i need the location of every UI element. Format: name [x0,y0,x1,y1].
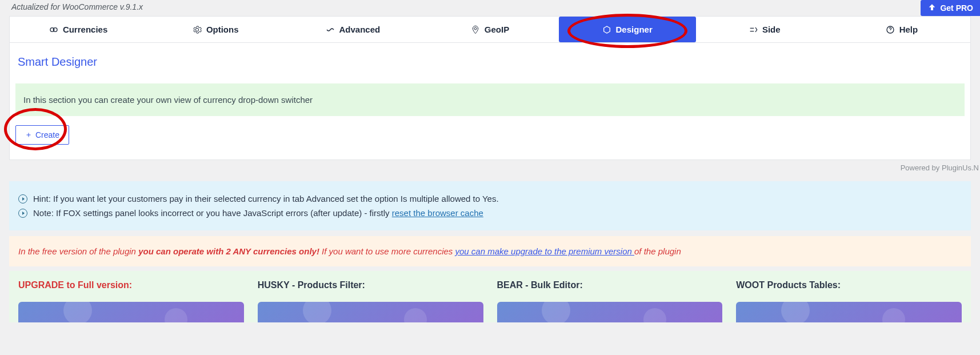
cube-icon [602,25,611,34]
get-pro-button[interactable]: Get PRO [921,0,980,16]
promo-title: WOOT Products Tables: [736,280,962,290]
create-button[interactable]: Create [15,125,69,145]
note-line: Note: If FOX settings panel looks incorr… [18,206,962,220]
reset-cache-link[interactable]: reset the browser cache [392,208,483,218]
promo-woot[interactable]: WOOT Products Tables: [736,280,962,322]
promo-image [736,302,962,322]
upgrade-icon [927,3,937,13]
version-line: Actualized for WooCommerce v.9.1.x [0,0,980,16]
get-pro-label: Get PRO [940,3,973,13]
promo-title: BEAR - Bulk Editor: [497,280,723,290]
tab-advanced[interactable]: Advanced [284,17,421,42]
upgrade-bold: you can operate with 2 ANY currencies on… [138,246,319,256]
plus-icon [25,131,32,138]
powered-by: Powered by PluginUs.N [0,160,980,175]
promo-image [258,302,483,322]
side-icon [749,25,758,34]
gear-icon [193,25,202,34]
note-text: Note: If FOX settings panel looks incorr… [33,208,483,218]
arrow-right-icon [18,209,27,218]
tab-label: Help [899,25,918,34]
hint-line: Hint: If you want let your customers pay… [18,192,962,206]
tab-label: Options [206,25,239,34]
tabs-bar: Currencies Options Advanced GeoIP Design… [10,17,970,43]
help-icon [886,25,895,34]
promos-row: UPGRADE to Full version: HUSKY - Product… [9,271,971,322]
tab-designer[interactable]: Designer [559,17,696,42]
info-banner: In this section you can create your own … [15,83,965,116]
tab-currencies[interactable]: Currencies [10,17,147,42]
location-icon [471,25,480,34]
hint-box: Hint: If you want let your customers pay… [9,181,971,230]
arrow-right-icon [18,194,27,204]
section-title: Smart Designer [10,43,970,83]
promo-upgrade[interactable]: UPGRADE to Full version: [18,280,244,322]
tab-geoip[interactable]: GeoIP [421,17,558,42]
upgrade-notice: In the free version of the plugin you ca… [9,236,971,266]
tab-label: Designer [616,25,653,34]
tab-label: Side [762,25,781,34]
tab-side[interactable]: Side [696,17,833,42]
advanced-icon [326,25,335,34]
upgrade-link[interactable]: you can make upgrade to the premium vers… [455,246,635,256]
tab-label: Advanced [339,25,381,34]
promo-title: HUSKY - Products Filter: [258,280,483,290]
hint-text: Hint: If you want let your customers pay… [33,194,499,204]
promo-title: UPGRADE to Full version: [18,280,244,290]
promo-image [18,302,244,322]
settings-panel: Currencies Options Advanced GeoIP Design… [9,16,971,160]
promo-image [497,302,723,322]
tab-options[interactable]: Options [147,17,284,42]
currencies-icon [49,25,58,34]
promo-husky[interactable]: HUSKY - Products Filter: [258,280,483,322]
promo-bear[interactable]: BEAR - Bulk Editor: [497,280,723,322]
create-row: Create [10,116,970,159]
tab-label: GeoIP [485,25,509,34]
tab-label: Currencies [63,25,107,34]
create-label: Create [35,130,59,139]
tab-help[interactable]: Help [833,17,970,42]
